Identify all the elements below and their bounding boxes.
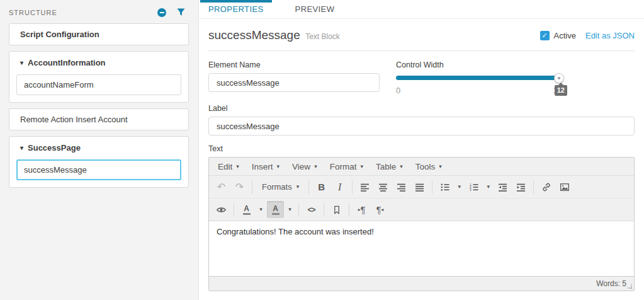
link-icon[interactable] bbox=[538, 178, 555, 195]
structure-node-remote-action-insert-account[interactable]: Remote Action Insert Account bbox=[9, 108, 189, 130]
properties-panel: PROPERTIES PREVIEW successMessage Text B… bbox=[198, 0, 644, 300]
header-divider bbox=[208, 50, 635, 51]
structure-node-script-configuration[interactable]: Script Configuration bbox=[9, 23, 189, 45]
editor-content-area[interactable]: Congratulations! The account was inserte… bbox=[209, 221, 634, 276]
text-field-label: Text bbox=[208, 144, 635, 153]
toolbar-separator bbox=[298, 203, 299, 217]
numbered-list-dropdown-icon[interactable]: ▾ bbox=[483, 178, 493, 195]
text-color-dropdown-icon[interactable]: ▾ bbox=[256, 201, 266, 218]
chevron-down-icon: ▾ bbox=[360, 164, 363, 170]
toolbar-separator bbox=[349, 203, 349, 217]
tab-bar: PROPERTIES PREVIEW bbox=[199, 0, 644, 19]
rtl-paragraph-icon[interactable]: ¶◂ bbox=[371, 201, 388, 218]
slider-min-label: 0 bbox=[396, 86, 400, 95]
outdent-icon[interactable] bbox=[494, 178, 511, 195]
page-title: successMessage bbox=[208, 28, 300, 42]
tab-preview[interactable]: PREVIEW bbox=[287, 0, 343, 18]
chevron-down-icon: ▾ bbox=[314, 164, 317, 170]
label-field-label: Label bbox=[208, 104, 635, 113]
editor-toolbar-row1: ↶ ↷ Formats▾ B I bbox=[209, 176, 634, 199]
slider-track[interactable] bbox=[396, 76, 562, 80]
ltr-paragraph-icon[interactable]: ▸¶ bbox=[353, 201, 370, 218]
background-color-dropdown-icon[interactable]: ▾ bbox=[285, 201, 295, 218]
menu-tools[interactable]: Tools▾ bbox=[409, 159, 448, 175]
undo-button[interactable]: ↶ bbox=[213, 178, 230, 195]
element-type-label: Text Block bbox=[305, 32, 340, 41]
formats-dropdown[interactable]: Formats▾ bbox=[256, 178, 305, 195]
anchor-bookmark-icon[interactable] bbox=[328, 201, 345, 218]
align-left-icon[interactable] bbox=[356, 178, 373, 195]
align-center-icon[interactable] bbox=[375, 178, 392, 195]
chevron-down-icon: ▾ bbox=[297, 184, 300, 190]
node-label: Script Configuration bbox=[20, 30, 99, 39]
node-label: Remote Action Insert Account bbox=[20, 115, 128, 124]
toolbar-separator bbox=[533, 180, 534, 194]
align-justify-icon[interactable] bbox=[411, 178, 428, 195]
editor-menubar: Edit▾ Insert▾ View▾ Format▾ Table▾ Tools… bbox=[209, 158, 634, 176]
element-heading: successMessage Text Block bbox=[208, 28, 340, 42]
edit-as-json-link[interactable]: Edit as JSON bbox=[585, 31, 635, 40]
toolbar-separator bbox=[324, 203, 324, 217]
structure-group-success-page[interactable]: ▾ SuccessPage successMessage bbox=[9, 136, 189, 188]
control-width-slider[interactable] bbox=[396, 73, 562, 83]
toolbar-separator bbox=[308, 180, 309, 194]
slider-value-badge: 12 bbox=[555, 85, 567, 96]
toolbar-separator bbox=[352, 180, 353, 194]
preview-eye-icon[interactable] bbox=[213, 201, 230, 218]
active-checkbox[interactable]: ✓ bbox=[540, 31, 550, 40]
structure-node-account-name-form[interactable]: accountNameForm bbox=[16, 74, 181, 95]
caret-down-icon[interactable]: ▾ bbox=[20, 60, 23, 66]
source-code-icon[interactable]: <> bbox=[303, 201, 320, 218]
rich-text-editor: Edit▾ Insert▾ View▾ Format▾ Table▾ Tools… bbox=[208, 157, 635, 291]
bullet-list-dropdown-icon[interactable]: ▾ bbox=[455, 178, 464, 195]
element-name-input[interactable] bbox=[208, 73, 380, 92]
filter-icon[interactable] bbox=[176, 8, 186, 17]
italic-button[interactable]: I bbox=[331, 178, 348, 195]
background-color-icon[interactable]: A bbox=[267, 201, 284, 218]
align-right-icon[interactable] bbox=[393, 178, 410, 195]
check-icon: ✓ bbox=[541, 32, 547, 39]
tab-properties[interactable]: PROPERTIES bbox=[200, 0, 272, 18]
group-label: SuccessPage bbox=[28, 143, 81, 153]
element-name-label: Element Name bbox=[208, 61, 380, 69]
collapse-all-icon[interactable] bbox=[157, 8, 166, 17]
word-count: Words: 5 bbox=[596, 279, 626, 288]
structure-panel-header: STRUCTURE bbox=[0, 5, 198, 23]
redo-button[interactable]: ↷ bbox=[231, 178, 248, 195]
bold-button[interactable]: B bbox=[313, 178, 330, 195]
bullet-list-icon[interactable] bbox=[436, 178, 453, 195]
menu-insert[interactable]: Insert▾ bbox=[246, 159, 286, 175]
resize-grip[interactable] bbox=[631, 287, 632, 289]
caret-down-icon[interactable]: ▾ bbox=[20, 145, 23, 151]
editor-content-text: Congratulations! The account was inserte… bbox=[217, 227, 626, 236]
structure-node-success-message[interactable]: successMessage bbox=[16, 159, 181, 180]
menu-edit[interactable]: Edit▾ bbox=[212, 159, 246, 175]
control-width-label: Control Width bbox=[396, 61, 562, 69]
menu-table[interactable]: Table▾ bbox=[370, 159, 409, 175]
structure-panel: STRUCTURE Script Configuration ▾ Account… bbox=[0, 0, 198, 300]
label-input[interactable] bbox=[208, 117, 635, 136]
image-icon[interactable] bbox=[556, 178, 573, 195]
node-label: successMessage bbox=[24, 165, 87, 175]
group-label: AccountInformation bbox=[28, 58, 106, 67]
chevron-down-icon: ▾ bbox=[236, 164, 239, 170]
node-label: accountNameForm bbox=[24, 80, 94, 89]
editor-statusbar: Words: 5 bbox=[209, 276, 634, 291]
menu-view[interactable]: View▾ bbox=[286, 159, 324, 175]
slider-handle[interactable] bbox=[554, 73, 564, 83]
text-color-icon[interactable]: A bbox=[238, 201, 255, 218]
structure-title: STRUCTURE bbox=[9, 9, 57, 16]
structure-group-account-information[interactable]: ▾ AccountInformation accountNameForm bbox=[9, 51, 189, 103]
active-checkbox-label: Active bbox=[554, 31, 576, 40]
chevron-down-icon: ▾ bbox=[277, 164, 280, 170]
app-root: STRUCTURE Script Configuration ▾ Account… bbox=[0, 0, 644, 300]
svg-text:3: 3 bbox=[470, 188, 472, 192]
toolbar-separator bbox=[432, 180, 432, 194]
menu-format[interactable]: Format▾ bbox=[324, 159, 370, 175]
indent-icon[interactable] bbox=[512, 178, 529, 195]
chevron-down-icon: ▾ bbox=[400, 164, 403, 170]
chevron-down-icon: ▾ bbox=[439, 164, 442, 170]
editor-toolbar-row2: A ▾ A ▾ <> ▸¶ bbox=[209, 199, 634, 221]
toolbar-separator bbox=[234, 203, 234, 217]
numbered-list-icon[interactable]: 123 bbox=[465, 178, 482, 195]
